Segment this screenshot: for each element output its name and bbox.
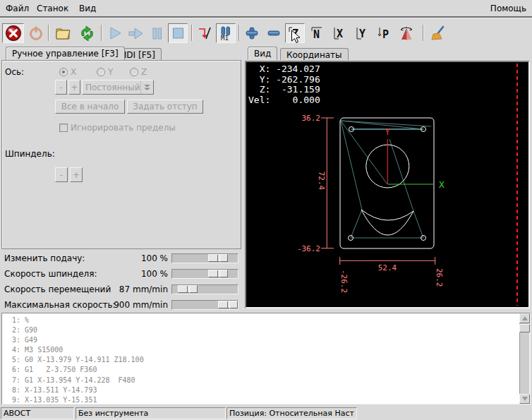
gcode-line[interactable]: 2: G90 bbox=[8, 325, 144, 335]
dimension-labels: 36.2 -36.2 72.4 52.4 -26.2 26.2 bbox=[297, 114, 444, 293]
svg-text:Y: Y bbox=[359, 28, 365, 40]
svg-text:-26.2: -26.2 bbox=[339, 270, 349, 293]
reload-button[interactable] bbox=[76, 23, 97, 43]
rotate-view-icon bbox=[398, 25, 415, 42]
toolbar-separator bbox=[48, 25, 49, 41]
menubar-separator bbox=[0, 16, 532, 18]
run-icon bbox=[107, 25, 122, 41]
dro-readout: X: -234.027 Y: -262.796 Z: -31.159 Vel: … bbox=[248, 64, 320, 105]
stop-button[interactable] bbox=[168, 23, 188, 43]
zoom-out-icon bbox=[266, 25, 282, 41]
menu-file[interactable]: Файл bbox=[3, 3, 32, 14]
estop-icon bbox=[5, 25, 22, 42]
spindle-minus-button[interactable]: - bbox=[55, 167, 68, 182]
view-x-button[interactable]: X bbox=[330, 23, 350, 43]
step-icon bbox=[128, 25, 143, 41]
jog-plus-button[interactable]: + bbox=[68, 80, 80, 95]
clear-plot-button[interactable] bbox=[428, 23, 448, 43]
svg-text:36.2: 36.2 bbox=[302, 114, 321, 123]
slider-handle[interactable] bbox=[178, 285, 198, 293]
radio-axis-z[interactable] bbox=[130, 68, 138, 76]
scrollbar-thumb[interactable] bbox=[519, 324, 530, 332]
tab-dro-label: Координаты bbox=[286, 50, 342, 60]
menu-help[interactable]: Помощь bbox=[488, 3, 529, 14]
slider-handle[interactable] bbox=[208, 254, 228, 262]
gcode-line[interactable]: 1: % bbox=[8, 316, 144, 325]
run-button[interactable] bbox=[104, 23, 124, 43]
gcode-listing[interactable]: 1: % 2: G90 3: G49 4: M3 S15000 5: G0 X-… bbox=[1, 313, 531, 404]
radio-axis-y[interactable] bbox=[97, 68, 105, 76]
tab-dro[interactable]: Координаты bbox=[280, 48, 349, 60]
scrollbar-trough[interactable] bbox=[519, 323, 530, 394]
spindle-override-value: 100 % bbox=[92, 269, 168, 279]
gcode-line[interactable]: 6: G1 Z-3.750 F360 bbox=[8, 365, 144, 375]
jog-speed-value: 87 mm/min bbox=[92, 284, 168, 294]
slider-handle[interactable] bbox=[208, 270, 228, 277]
jog-speed-slider[interactable] bbox=[171, 284, 238, 294]
slider-handle[interactable] bbox=[218, 301, 238, 308]
step-button[interactable] bbox=[126, 23, 145, 43]
menu-machine[interactable]: Станок bbox=[34, 3, 71, 14]
estop-button[interactable] bbox=[2, 23, 24, 43]
spindle-override-slider[interactable] bbox=[171, 269, 238, 279]
max-velocity-slider[interactable] bbox=[171, 300, 238, 310]
gcode-line[interactable]: 8: X-13.511 Y-14.793 bbox=[8, 385, 144, 395]
optional-pause-m1-button[interactable]: M1 bbox=[216, 23, 236, 43]
feed-override-value: 100 % bbox=[92, 253, 168, 263]
axis-window: Файл Станок Вид Помощь bbox=[0, 0, 532, 420]
menu-view[interactable]: Вид bbox=[76, 3, 99, 14]
tab-manual-control[interactable]: Ручное управление [F3] bbox=[6, 47, 125, 60]
svg-text:M1: M1 bbox=[221, 35, 229, 42]
view-z-rotated-icon: N bbox=[309, 25, 326, 42]
view-p-icon: P bbox=[376, 25, 393, 42]
skip-lines-icon bbox=[196, 25, 213, 42]
jog-mode-combobox[interactable]: Постоянный bbox=[82, 80, 154, 95]
view-z-rotated-button[interactable]: N bbox=[308, 23, 327, 43]
scrollbar-up-button[interactable] bbox=[519, 313, 530, 323]
gcode-line[interactable]: 9: X-13.035 Y-15.351 bbox=[8, 395, 144, 405]
y-axis-label: Y bbox=[385, 127, 390, 137]
open-file-button[interactable] bbox=[52, 23, 73, 43]
pause-button[interactable] bbox=[147, 23, 167, 43]
scroll-down-icon bbox=[522, 397, 528, 401]
gcode-line[interactable]: 3: G49 bbox=[8, 335, 144, 345]
radio-axis-y-label: Y bbox=[108, 67, 113, 77]
tab-preview[interactable]: Вид bbox=[248, 47, 277, 60]
touch-off-button[interactable]: Задать отступ bbox=[127, 100, 203, 114]
gcode-line[interactable]: 4: M3 S15000 bbox=[8, 345, 144, 355]
ignore-limits-checkbox[interactable] bbox=[59, 124, 68, 132]
scrollbar-down-button[interactable] bbox=[519, 394, 530, 404]
tab-manual-control-label: Ручное управление [F3] bbox=[12, 49, 119, 59]
zoom-in-button[interactable] bbox=[242, 23, 262, 43]
combobox-arrow-icon bbox=[140, 80, 153, 94]
svg-text:X: X bbox=[337, 28, 343, 40]
gcode-line[interactable]: 5: G0 X-13.979 Y-14.911 Z18.100 bbox=[8, 355, 144, 365]
toolbar-separator bbox=[423, 25, 424, 41]
view-y-button[interactable]: Y bbox=[353, 23, 373, 43]
gcode-line[interactable]: 7: G1 X-13.954 Y-14.228 F480 bbox=[8, 376, 144, 385]
pause-icon bbox=[149, 25, 164, 41]
zoom-in-icon bbox=[244, 25, 260, 41]
svg-text:-36.2: -36.2 bbox=[297, 244, 320, 253]
machine-power-icon bbox=[28, 25, 44, 41]
tab-preview-label: Вид bbox=[254, 49, 271, 59]
jog-minus-button[interactable]: - bbox=[55, 80, 67, 95]
view-p-button[interactable]: P bbox=[375, 23, 394, 43]
clear-plot-icon bbox=[430, 25, 447, 42]
tab-mdi-label: MDI [F5] bbox=[119, 50, 155, 60]
feed-override-slider[interactable] bbox=[171, 253, 238, 263]
home-all-button[interactable]: Все в начало bbox=[55, 100, 125, 114]
machine-power-button[interactable] bbox=[26, 23, 46, 43]
zoom-out-button[interactable] bbox=[264, 23, 284, 43]
stop-icon bbox=[170, 25, 186, 41]
status-position: Позиция: Относительная Наст bbox=[226, 407, 357, 419]
radio-axis-x[interactable] bbox=[59, 68, 68, 76]
skip-lines-button[interactable] bbox=[195, 23, 214, 43]
x-axis-label: X bbox=[439, 179, 445, 190]
dimension-lines bbox=[321, 118, 435, 265]
rotate-view-button[interactable] bbox=[397, 23, 416, 43]
spindle-plus-button[interactable]: + bbox=[70, 167, 83, 182]
scroll-up-icon bbox=[522, 316, 528, 320]
toolbar-separator bbox=[238, 25, 240, 41]
view-y-icon: Y bbox=[354, 25, 371, 42]
